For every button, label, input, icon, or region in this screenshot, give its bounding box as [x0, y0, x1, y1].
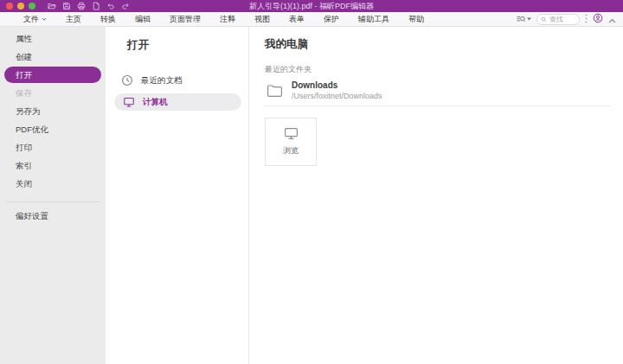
tab-form[interactable]: 表单 — [279, 14, 314, 25]
search-icon — [541, 16, 547, 23]
more-options-button[interactable] — [585, 11, 588, 27]
save-icon[interactable] — [62, 2, 71, 10]
file-menu-sidebar: 属性 创建 打开 保存 另存为 PDF优化 打印 索引 关闭 偏好设置 — [0, 27, 106, 364]
sidebar-divider — [5, 201, 100, 202]
tab-view[interactable]: 视图 — [245, 14, 279, 25]
find-replace-icon — [516, 14, 526, 24]
computer-icon — [284, 127, 299, 140]
caret-down-icon — [527, 17, 531, 21]
menubar: 文件 主页 转换 编辑 页面管理 注释 视图 表单 保护 辅助工具 帮助 — [0, 12, 623, 27]
minimize-window-button[interactable] — [17, 3, 24, 10]
titlebar: 新人引导(1)(1).pdf - 福昕PDF编辑器 — [0, 0, 623, 12]
tab-convert[interactable]: 转换 — [91, 14, 125, 25]
tab-help[interactable]: 帮助 — [399, 14, 434, 25]
open-folder-icon[interactable] — [48, 2, 56, 10]
separator — [265, 105, 611, 106]
sidebar-item-create[interactable]: 创建 — [0, 48, 106, 66]
print-icon[interactable] — [77, 2, 86, 10]
sidebar-item-preferences[interactable]: 偏好设置 — [0, 207, 106, 225]
traffic-lights — [6, 3, 35, 10]
zoom-window-button[interactable] — [29, 3, 35, 10]
open-item-computer[interactable]: 计算机 — [114, 93, 241, 111]
vertical-dots-icon — [585, 14, 588, 23]
tab-page-management[interactable]: 页面管理 — [160, 14, 210, 25]
folder-icon — [267, 83, 283, 98]
undo-icon[interactable] — [106, 2, 115, 10]
user-avatar-icon — [593, 13, 603, 23]
sidebar-item-properties[interactable]: 属性 — [0, 29, 106, 48]
recent-folder-row[interactable]: Downloads /Users/foxitnet/Downloads — [265, 80, 611, 100]
computer-icon — [123, 96, 135, 108]
tab-comment[interactable]: 注释 — [210, 14, 245, 25]
open-item-label: 最近的文档 — [141, 75, 183, 86]
open-item-label: 计算机 — [143, 97, 168, 108]
sidebar-item-save: 保存 — [0, 84, 106, 102]
clock-icon — [121, 74, 133, 86]
find-replace-button[interactable] — [516, 14, 531, 24]
tab-home[interactable]: 主页 — [56, 14, 91, 25]
browse-label: 浏览 — [283, 145, 299, 156]
sidebar-item-save-as[interactable]: 另存为 — [0, 102, 106, 120]
open-panel: 打开 最近的文档 计算机 — [106, 27, 249, 364]
search-input[interactable] — [549, 16, 575, 23]
folder-name: Downloads — [292, 80, 382, 90]
computer-panel: 我的电脑 最近的文件夹 Downloads /Users/foxitnet/Do… — [249, 27, 623, 364]
document-icon[interactable] — [92, 2, 100, 10]
collapse-toolbar-button[interactable] — [608, 11, 616, 27]
tab-edit[interactable]: 编辑 — [125, 14, 160, 25]
browse-button[interactable]: 浏览 — [265, 118, 317, 166]
sidebar-item-index[interactable]: 索引 — [0, 156, 106, 175]
tab-assistant-tools[interactable]: 辅助工具 — [349, 14, 399, 25]
sidebar-item-print[interactable]: 打印 — [0, 138, 106, 156]
open-item-recent-documents[interactable]: 最近的文档 — [106, 72, 248, 89]
window-title: 新人引导(1)(1).pdf - 福昕PDF编辑器 — [249, 1, 374, 12]
computer-panel-title: 我的电脑 — [265, 37, 611, 52]
search-field[interactable] — [536, 14, 580, 25]
redo-icon[interactable] — [121, 2, 130, 10]
tab-file[interactable]: 文件 — [14, 14, 56, 25]
tab-protect[interactable]: 保护 — [314, 14, 349, 25]
sidebar-item-open[interactable]: 打开 — [4, 67, 101, 83]
chevron-up-icon — [608, 18, 616, 23]
open-panel-title: 打开 — [127, 38, 248, 53]
recent-folders-label: 最近的文件夹 — [265, 64, 611, 75]
folder-path: /Users/foxitnet/Downloads — [292, 92, 382, 100]
account-button[interactable] — [593, 11, 603, 27]
close-window-button[interactable] — [6, 3, 13, 10]
chevron-down-icon — [42, 17, 47, 22]
sidebar-item-close[interactable]: 关闭 — [0, 175, 106, 193]
sidebar-item-pdf-optimize[interactable]: PDF优化 — [0, 120, 106, 138]
